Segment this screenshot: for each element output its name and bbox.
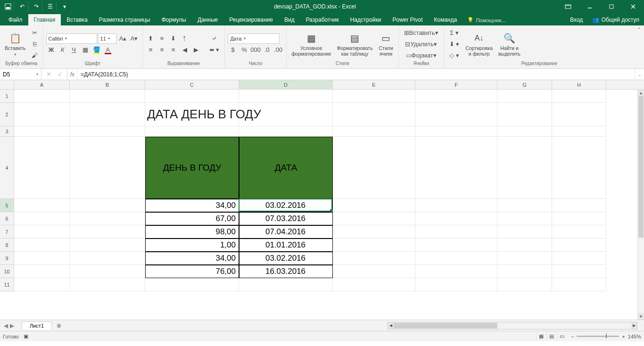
cell-date-8[interactable]: 01.01.2016 (239, 239, 333, 252)
spreadsheet-grid[interactable]: ABCDEFGH 1234567891011 ДАТА ДЕНЬ В ГОДУД… (0, 80, 644, 331)
tab-addins[interactable]: Надстройки (345, 14, 387, 25)
row-header-6[interactable]: 6 (0, 212, 14, 225)
row-header-8[interactable]: 8 (0, 239, 14, 252)
increase-indent-button[interactable]: ▶ (191, 45, 201, 55)
tab-insert[interactable]: Вставка (61, 14, 93, 25)
close-button[interactable] (622, 0, 644, 13)
row-header-2[interactable]: 2 (0, 103, 14, 126)
cancel-formula-button[interactable]: ✕ (43, 69, 54, 80)
copy-button[interactable]: ⎘ (30, 39, 40, 49)
cell-day-7[interactable]: 98,00 (145, 225, 239, 239)
align-bottom-button[interactable]: ⬇ (168, 33, 179, 44)
cell-date-7[interactable]: 07.04.2016 (239, 225, 333, 239)
collapse-ribbon-button[interactable]: ˇ (635, 25, 644, 68)
row-header-10[interactable]: 10 (0, 265, 14, 278)
fill-button[interactable]: ⬇ ▾ (447, 39, 462, 49)
col-header-F[interactable]: F (415, 80, 497, 89)
col-header-B[interactable]: B (70, 80, 145, 89)
align-left-button[interactable]: ≡ (146, 45, 156, 55)
name-box[interactable]: D5▾ (0, 69, 41, 80)
tab-developer[interactable]: Разработчик (300, 14, 345, 25)
cell-date-9[interactable]: 03.02.2016 (239, 252, 333, 265)
col-header-C[interactable]: C (145, 80, 239, 89)
border-button[interactable]: ▦ (80, 45, 91, 55)
horizontal-scrollbar[interactable]: ◀ ▶ (388, 322, 637, 330)
cell-day-5[interactable]: 34,00 (145, 199, 239, 212)
row-header-7[interactable]: 7 (0, 225, 14, 239)
cell-date-6[interactable]: 07.03.2016 (239, 212, 333, 225)
font-name-combo[interactable]: Calibri▾ (46, 33, 97, 44)
percent-button[interactable]: % (239, 45, 249, 55)
tab-formulas[interactable]: Формулы (156, 14, 192, 25)
insert-cells-button[interactable]: ⊞ Вставить ▾ (402, 28, 441, 38)
touch-mode-icon[interactable]: ☰ (44, 1, 57, 12)
view-pagebreak-button[interactable]: ▭ (557, 332, 567, 341)
scroll-left-button[interactable]: ◀ (388, 322, 394, 329)
col-header-A[interactable]: A (14, 80, 70, 89)
increase-decimal-button[interactable]: .0 (262, 45, 272, 55)
sign-in-button[interactable]: Вход (565, 14, 587, 25)
sheet-nav-next[interactable]: ▶ (10, 322, 14, 329)
view-normal-button[interactable]: ▦ (536, 332, 546, 341)
decrease-indent-button[interactable]: ◀ (180, 45, 190, 55)
expand-formula-bar-button[interactable]: ⌄ (635, 69, 644, 80)
tell-me-input[interactable]: 💡 Помощник... (462, 15, 510, 25)
format-cells-button[interactable]: ▭ Формат ▾ (402, 50, 441, 61)
align-center-button[interactable]: ≡ (157, 45, 167, 55)
tab-team[interactable]: Команда (429, 14, 463, 25)
tab-page-layout[interactable]: Разметка страницы (93, 14, 156, 25)
italic-button[interactable]: К (58, 45, 68, 55)
orientation-button[interactable]: ⭫ (180, 33, 190, 44)
autosum-button[interactable]: Σ ▾ (447, 28, 462, 38)
cut-button[interactable]: ✂ (30, 28, 40, 38)
zoom-out-button[interactable]: − (571, 334, 574, 339)
decrease-font-button[interactable]: A▾ (129, 33, 140, 44)
share-button[interactable]: 👥Общий доступ (587, 14, 644, 25)
tab-home[interactable]: Главная (28, 14, 61, 25)
fx-icon[interactable]: fx (67, 69, 78, 80)
ribbon-options-icon[interactable] (557, 0, 579, 13)
accounting-button[interactable]: $ (228, 45, 238, 55)
add-sheet-button[interactable]: ⊕ (52, 322, 66, 329)
font-color-button[interactable]: A (103, 45, 113, 55)
minimize-button[interactable] (579, 0, 601, 13)
tab-data[interactable]: Данные (192, 14, 223, 25)
align-top-button[interactable]: ⬆ (146, 33, 156, 44)
find-select-button[interactable]: 🔍Найти и выделить (496, 31, 522, 58)
qat-customize-icon[interactable]: ▾ (58, 1, 71, 12)
redo-icon[interactable]: ↷ (30, 1, 42, 12)
col-header-H[interactable]: H (552, 80, 606, 89)
enter-formula-button[interactable]: ✓ (55, 69, 65, 80)
comma-button[interactable]: 000 (250, 45, 261, 55)
font-size-combo[interactable]: 11▾ (98, 33, 117, 44)
scroll-down-button[interactable]: ▼ (638, 313, 644, 320)
sheet-tab[interactable]: Лист1 (22, 321, 52, 330)
paste-button[interactable]: 📋 Вставить ▾ (3, 31, 28, 58)
col-header-D[interactable]: D (239, 80, 333, 89)
vscroll-thumb[interactable] (638, 96, 644, 238)
wrap-text-button[interactable]: ⤶ (207, 33, 222, 44)
save-icon[interactable] (2, 1, 14, 12)
clear-button[interactable]: ◇ ▾ (447, 50, 462, 61)
macro-record-icon[interactable]: ▣ (24, 333, 28, 339)
row-header-1[interactable]: 1 (0, 90, 14, 103)
increase-font-button[interactable]: A▴ (118, 33, 128, 44)
cell-day-10[interactable]: 76,00 (145, 265, 239, 278)
format-as-table-button[interactable]: ▤Форматировать как таблицу (335, 31, 374, 58)
conditional-formatting-button[interactable]: ▦Условное форматирование (289, 31, 333, 58)
underline-button[interactable]: Ч (69, 45, 79, 55)
sort-filter-button[interactable]: A↓Сортировка и фильтр (463, 31, 495, 58)
tab-review[interactable]: Рецензирование (223, 14, 279, 25)
align-middle-button[interactable]: ≡ (157, 33, 167, 44)
decrease-decimal-button[interactable]: .00 (273, 45, 283, 55)
zoom-in-button[interactable]: + (622, 334, 625, 339)
col-header-E[interactable]: E (333, 80, 415, 89)
merge-button[interactable]: ⬌ ▾ (207, 45, 222, 55)
undo-icon[interactable]: ↶ (16, 1, 28, 12)
scroll-up-button[interactable]: ▲ (638, 90, 644, 96)
tab-powerpivot[interactable]: Power Pivot (387, 14, 428, 25)
tab-view[interactable]: Вид (279, 14, 300, 25)
view-pagelayout-button[interactable]: ▤ (546, 332, 557, 341)
fill-color-button[interactable]: 🪣 (91, 45, 102, 55)
row-header-11[interactable]: 11 (0, 278, 14, 291)
